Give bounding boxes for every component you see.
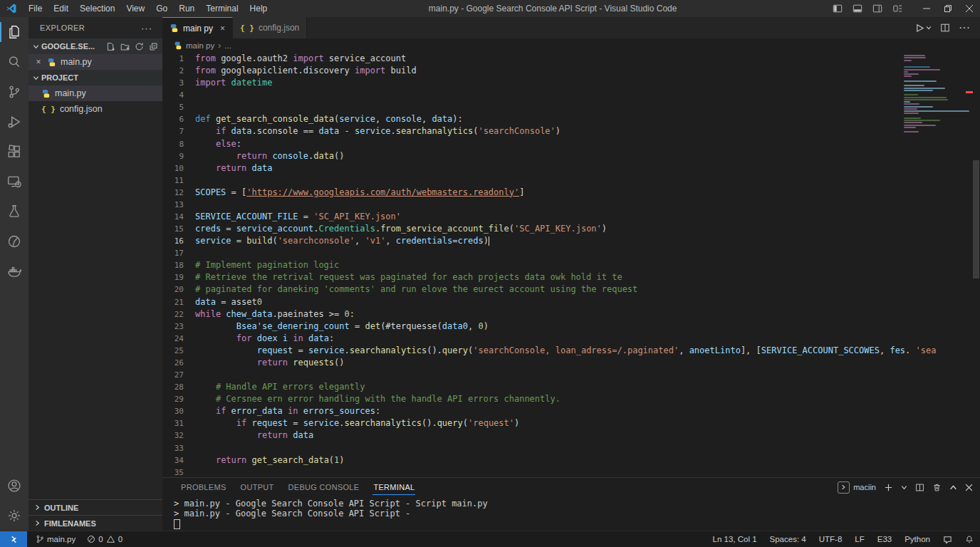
new-terminal-icon[interactable] (884, 483, 893, 492)
collapse-all-icon[interactable] (149, 42, 158, 51)
tab-main-py[interactable]: main py × (162, 17, 233, 38)
code-line[interactable]: 3import datetime (162, 77, 980, 89)
close-tab-icon[interactable]: × (220, 24, 225, 33)
menu-go[interactable]: Go (150, 4, 173, 14)
menu-run[interactable]: Run (173, 4, 200, 14)
encoding[interactable]: UTF-8 (813, 531, 849, 547)
tab-output[interactable]: OUTPUT (234, 478, 281, 496)
cursor-position[interactable]: Ln 13, Col 1 (707, 531, 763, 547)
tab-terminal[interactable]: TERMINAL (366, 478, 422, 496)
code-line[interactable]: 8 else: (162, 138, 980, 150)
close-panel-icon[interactable] (965, 484, 973, 491)
code-line[interactable]: 5 (162, 101, 980, 113)
menu-help[interactable]: Help (244, 4, 273, 14)
accounts-icon[interactable] (0, 471, 28, 501)
file-config-json[interactable]: { } config.json (28, 101, 162, 117)
code-line[interactable]: 9 return console.data() (162, 150, 980, 162)
code-line[interactable]: 2from googleapiclient.discovery import b… (162, 65, 980, 77)
feedback-icon[interactable] (937, 531, 959, 547)
testing-icon[interactable] (0, 197, 28, 226)
restore-button[interactable] (937, 0, 959, 17)
code-line[interactable]: 18# Implement pagination logic (162, 259, 980, 271)
code-line[interactable]: 27 (162, 369, 980, 381)
outline-section-header[interactable]: OUTLINE (28, 499, 162, 515)
toggle-sidebar-icon[interactable] (833, 4, 843, 14)
split-terminal-icon[interactable] (915, 483, 924, 492)
menu-view[interactable]: View (120, 4, 150, 14)
close-window-button[interactable] (959, 0, 980, 17)
editor-scrollbar[interactable] (973, 160, 979, 278)
code-line[interactable]: 14SERVICE_ACCOUNT_FILE = 'SC_API_KEY.jso… (162, 211, 980, 223)
code-line[interactable]: 6def get_search_console_data(service, co… (162, 113, 980, 125)
docker-icon[interactable] (0, 256, 28, 286)
remote-indicator[interactable] (0, 531, 27, 547)
code-line[interactable]: 4 (162, 89, 980, 101)
close-editor-icon[interactable]: × (34, 57, 43, 67)
breadcrumb-symbol[interactable]: ... (224, 41, 231, 50)
code-line[interactable]: 35 (162, 467, 980, 477)
explorer-icon[interactable] (0, 17, 28, 47)
kill-terminal-icon[interactable] (932, 483, 942, 492)
settings-gear-icon[interactable] (0, 501, 28, 531)
code-line[interactable]: 31 if request = service.searchanalytics(… (162, 417, 980, 429)
code-line[interactable]: 13 (162, 199, 980, 211)
code-line[interactable]: 12SCOPES = ['https://www.googleapis.com/… (162, 187, 980, 199)
code-line[interactable]: 26 return requests() (162, 357, 980, 369)
tab-problems[interactable]: PROBLEMS (174, 478, 234, 496)
code-line[interactable]: 17 (162, 247, 980, 259)
e33-indicator[interactable]: E33 (871, 531, 898, 547)
code-line[interactable]: 21data = asset0 (162, 296, 980, 308)
code-line[interactable]: 32 return data (162, 429, 980, 442)
customize-layout-icon[interactable] (892, 4, 903, 14)
open-editors-section-header[interactable]: GOOGLE.SE... (28, 38, 162, 54)
menu-terminal[interactable]: Terminal (200, 4, 244, 14)
code-line[interactable]: 22while chew_data.paeinates >= 0: (162, 308, 980, 321)
terminal-output[interactable]: > main.py - Google Search Console API Sc… (162, 496, 980, 531)
code-line[interactable]: 10 return data (162, 162, 980, 174)
new-folder-icon[interactable] (120, 42, 130, 51)
code-line[interactable]: 29 # Cersnee ern error handling with the… (162, 393, 980, 405)
notifications-bell-icon[interactable] (959, 531, 980, 547)
terminal-dropdown-icon[interactable] (901, 484, 907, 491)
minimap[interactable] (904, 55, 971, 136)
menu-file[interactable]: File (23, 4, 48, 14)
code-line[interactable]: 15creds = service_account.Credentials.fr… (162, 223, 980, 235)
source-control-icon[interactable] (0, 77, 28, 107)
refresh-icon[interactable] (135, 42, 144, 51)
toggle-secondary-sidebar-icon[interactable] (872, 4, 882, 14)
search-icon[interactable] (0, 47, 28, 77)
eol-sequence[interactable]: LF (848, 531, 870, 547)
code-line[interactable]: 20# paginated for daneking 'comments' an… (162, 283, 980, 296)
code-line[interactable]: 7 if data.sconsole == data - service.sea… (162, 125, 980, 137)
file-main-py[interactable]: main.py (28, 85, 162, 101)
tab-debug-console[interactable]: DEBUG CONSOLE (281, 478, 367, 496)
project-section-header[interactable]: PROJECT (28, 70, 162, 85)
code-line[interactable]: 1from google.oauth2 import service_accou… (162, 53, 980, 65)
explorer-more-actions-icon[interactable]: ··· (141, 23, 152, 33)
tab-config-json[interactable]: { } config.json (233, 17, 307, 38)
remote-explorer-icon[interactable] (0, 167, 28, 197)
code-line[interactable]: 16service = build('searchconsole', 'v1',… (162, 235, 980, 247)
code-line[interactable]: 24 for doex i in data: (162, 333, 980, 345)
code-editor[interactable]: 1from google.oauth2 import service_accou… (162, 53, 980, 477)
editor-more-actions-icon[interactable]: ··· (959, 21, 970, 34)
code-line[interactable]: 33 (162, 442, 980, 454)
problems-indicator[interactable]: 0 0 (81, 531, 128, 547)
menu-edit[interactable]: Edit (48, 4, 74, 14)
language-mode[interactable]: Python (898, 531, 937, 547)
maximize-panel-icon[interactable] (949, 484, 957, 491)
toggle-panel-icon[interactable] (853, 4, 862, 14)
terminal-shell-badge[interactable]: maciin (838, 481, 876, 494)
code-line[interactable]: 11 (162, 174, 980, 187)
extensions-icon[interactable] (0, 137, 28, 167)
timeline-section-header[interactable]: FIMLENAMES (28, 515, 162, 531)
code-line[interactable]: 28 # Handle API errors elegantly (162, 381, 980, 393)
run-python-file-icon[interactable] (915, 24, 932, 33)
git-branch-indicator[interactable]: main.py (30, 531, 81, 547)
menu-selection[interactable]: Selection (74, 4, 120, 14)
plugin-icon[interactable] (0, 226, 28, 256)
code-line[interactable]: 25 request = service.searchanalytics().q… (162, 345, 980, 357)
indentation[interactable]: Spaces: 4 (763, 531, 813, 547)
open-editor-main-py[interactable]: × main.py (28, 54, 162, 70)
code-line[interactable]: 19# Retrieve the retrival request was pa… (162, 271, 980, 283)
